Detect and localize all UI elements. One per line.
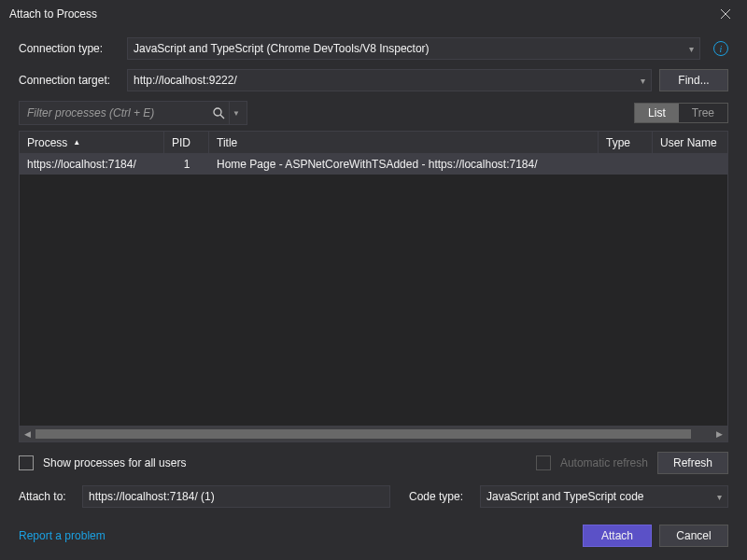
- process-grid: Process ▲ PID Title Type User Name https…: [19, 131, 728, 442]
- cell-process: https://localhost:7184/: [20, 158, 164, 171]
- code-type-value: JavaScript and TypeScript code: [486, 490, 717, 503]
- attach-info-row: Attach to: https://localhost:7184/ (1) C…: [19, 485, 728, 508]
- table-row[interactable]: https://localhost:7184/ 1 Home Page - AS…: [20, 154, 727, 175]
- window-title: Attach to Process: [9, 7, 712, 21]
- code-type-combo[interactable]: JavaScript and TypeScript code ▾: [480, 485, 728, 508]
- scroll-thumb[interactable]: [35, 429, 691, 439]
- cell-title: Home Page - ASPNetCoreWithTSAdded - http…: [209, 158, 599, 171]
- connection-target-combo[interactable]: http://localhost:9222/ ▾: [127, 69, 652, 91]
- grid-header: Process ▲ PID Title Type User Name: [20, 132, 727, 154]
- column-title[interactable]: Title: [209, 132, 599, 153]
- scroll-left-icon[interactable]: ◀: [20, 427, 35, 442]
- connection-target-row: Connection target: http://localhost:9222…: [19, 69, 728, 91]
- filter-row: ▼ List Tree: [19, 101, 728, 125]
- attach-to-label: Attach to:: [19, 490, 75, 503]
- connection-type-combo[interactable]: JavaScript and TypeScript (Chrome DevToo…: [127, 37, 700, 60]
- close-icon: [721, 9, 730, 19]
- show-all-users-checkbox[interactable]: [19, 455, 34, 470]
- chevron-down-icon: ▾: [641, 76, 645, 86]
- show-all-users-label: Show processes for all users: [43, 456, 186, 469]
- filter-input[interactable]: [27, 106, 209, 119]
- attach-to-value[interactable]: https://localhost:7184/ (1): [82, 485, 390, 508]
- filter-dropdown-icon[interactable]: ▼: [229, 102, 243, 124]
- titlebar[interactable]: Attach to Process: [0, 0, 747, 28]
- find-button[interactable]: Find...: [659, 69, 728, 91]
- column-user[interactable]: User Name: [653, 132, 727, 153]
- dialog-content: Connection type: JavaScript and TypeScri…: [0, 28, 747, 560]
- refresh-button[interactable]: Refresh: [657, 452, 728, 474]
- scroll-right-icon[interactable]: ▶: [712, 427, 727, 442]
- chevron-down-icon: ▾: [689, 44, 694, 54]
- auto-refresh-label: Automatic refresh: [560, 456, 648, 469]
- column-process[interactable]: Process ▲: [20, 132, 164, 153]
- view-tree-button[interactable]: Tree: [679, 104, 727, 122]
- filter-box[interactable]: ▼: [19, 101, 247, 125]
- options-row: Show processes for all users Automatic r…: [19, 452, 728, 474]
- connection-type-value: JavaScript and TypeScript (Chrome DevToo…: [134, 42, 689, 55]
- search-icon[interactable]: [209, 107, 229, 119]
- column-type[interactable]: Type: [599, 132, 653, 153]
- connection-type-label: Connection type:: [19, 42, 120, 55]
- sort-asc-icon: ▲: [73, 138, 80, 147]
- column-pid[interactable]: PID: [164, 132, 209, 153]
- attach-button[interactable]: Attach: [583, 525, 652, 547]
- chevron-down-icon: ▾: [717, 492, 722, 502]
- view-mode-toggle: List Tree: [634, 103, 728, 123]
- close-button[interactable]: [712, 0, 740, 28]
- dialog-footer: Report a problem Attach Cancel: [19, 525, 728, 547]
- connection-type-row: Connection type: JavaScript and TypeScri…: [19, 37, 728, 60]
- svg-point-0: [214, 108, 221, 116]
- report-problem-link[interactable]: Report a problem: [19, 529, 106, 542]
- auto-refresh-checkbox: [536, 455, 551, 470]
- grid-body: https://localhost:7184/ 1 Home Page - AS…: [20, 154, 727, 426]
- connection-target-value: http://localhost:9222/: [134, 74, 641, 87]
- code-type-label: Code type:: [409, 490, 472, 503]
- horizontal-scrollbar[interactable]: ◀ ▶: [20, 426, 727, 441]
- info-icon[interactable]: i: [713, 41, 728, 56]
- cancel-button[interactable]: Cancel: [659, 525, 728, 547]
- cell-pid: 1: [164, 158, 209, 171]
- view-list-button[interactable]: List: [635, 104, 679, 122]
- connection-target-label: Connection target:: [19, 74, 120, 87]
- scroll-track[interactable]: [35, 427, 712, 441]
